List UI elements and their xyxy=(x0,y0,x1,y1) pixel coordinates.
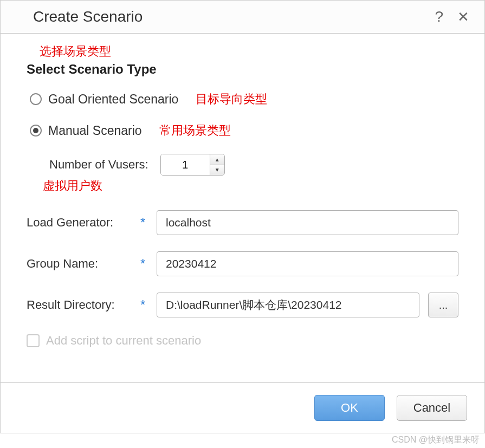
load-generator-row: Load Generator: * xyxy=(27,210,458,235)
radio-goal-oriented-row: Goal Oriented Scenario 目标导向类型 xyxy=(30,91,458,107)
load-generator-input[interactable] xyxy=(157,210,458,235)
radio-manual-label: Manual Scenario xyxy=(48,124,142,138)
add-script-label: Add script to current scenario xyxy=(46,334,201,348)
vusers-row: Number of Vusers: ▲ ▼ xyxy=(49,154,458,176)
group-name-label: Group Name: xyxy=(27,257,140,271)
result-directory-input[interactable] xyxy=(157,293,419,317)
titlebar: Create Scenario ? ✕ xyxy=(1,1,484,34)
ok-button[interactable]: OK xyxy=(314,395,385,421)
add-script-row: Add script to current scenario xyxy=(27,334,458,348)
cancel-button[interactable]: Cancel xyxy=(397,395,467,421)
group-name-input[interactable] xyxy=(157,251,458,276)
result-directory-label: Result Directory: xyxy=(27,298,140,312)
section-heading: Select Scenario Type xyxy=(27,62,458,77)
create-scenario-dialog: Create Scenario ? ✕ 选择场景类型 Select Scenar… xyxy=(0,0,485,433)
vusers-label: Number of Vusers: xyxy=(49,158,148,172)
result-directory-row: Result Directory: * ... xyxy=(27,293,458,317)
vusers-input[interactable] xyxy=(161,154,210,175)
required-marker: * xyxy=(140,297,157,313)
group-name-row: Group Name: * xyxy=(27,251,458,276)
titlebar-controls: ? ✕ xyxy=(435,9,469,24)
dialog-title: Create Scenario xyxy=(33,8,143,25)
dialog-footer: OK Cancel xyxy=(1,382,484,433)
annotation-goal-oriented: 目标导向类型 xyxy=(196,91,267,107)
spinner-up-icon[interactable]: ▲ xyxy=(210,154,224,165)
required-marker: * xyxy=(140,215,157,230)
radio-manual[interactable] xyxy=(30,125,42,137)
spinner-down-icon[interactable]: ▼ xyxy=(210,165,224,176)
radio-manual-row: Manual Scenario 常用场景类型 xyxy=(30,122,458,139)
vusers-spinner: ▲ ▼ xyxy=(160,154,225,176)
annotation-vusers: 虚拟用户数 xyxy=(43,178,458,194)
load-generator-label: Load Generator: xyxy=(27,216,140,230)
add-script-checkbox xyxy=(27,334,40,347)
spinner-buttons: ▲ ▼ xyxy=(210,154,224,175)
watermark: CSDN @快到锅里来呀 xyxy=(392,434,480,446)
browse-button[interactable]: ... xyxy=(428,293,458,317)
annotation-select-type: 选择场景类型 xyxy=(40,43,458,60)
annotation-manual: 常用场景类型 xyxy=(159,122,231,139)
required-marker: * xyxy=(140,256,157,271)
dialog-body: 选择场景类型 Select Scenario Type Goal Oriente… xyxy=(1,34,484,359)
radio-goal-oriented-label: Goal Oriented Scenario xyxy=(48,92,178,107)
help-icon[interactable]: ? xyxy=(435,9,443,24)
close-icon[interactable]: ✕ xyxy=(457,10,469,24)
radio-goal-oriented[interactable] xyxy=(30,93,42,105)
